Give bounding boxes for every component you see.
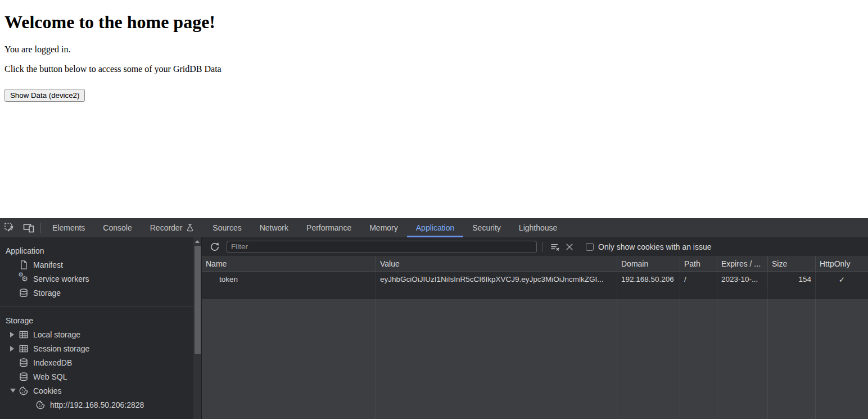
device-toolbar-icon <box>22 222 35 234</box>
tab-recorder[interactable]: Recorder <box>141 218 204 237</box>
sidebar-item-local-storage[interactable]: Local storage <box>0 327 193 341</box>
cookie-value-cell[interactable]: eyJhbGciOiJIUzI1NiIsInR5cCI6IkpXVCJ9.eyJ… <box>376 272 617 287</box>
close-x-icon <box>564 242 575 252</box>
toggle-device-toolbar-button[interactable] <box>19 218 38 237</box>
application-sidebar: Application Manifest ⚙⚙ <box>0 237 193 419</box>
page-title: Welcome to the home page! <box>4 12 864 33</box>
cookie-name-cell[interactable]: token <box>202 272 376 287</box>
tab-performance[interactable]: Performance <box>297 218 360 237</box>
scrollbar-up-arrow-icon[interactable] <box>195 240 200 243</box>
checkmark-icon: ✓ <box>839 275 845 284</box>
sidebar-item-cookies[interactable]: Cookies <box>0 384 193 398</box>
sidebar-item-storage[interactable]: Storage <box>0 286 193 300</box>
empty-grid-row[interactable] <box>202 287 868 299</box>
sidebar-item-manifest[interactable]: Manifest <box>0 258 193 272</box>
devtools-panel: Elements Console Recorder Sources Networ… <box>0 218 868 419</box>
column-header-httponly[interactable]: HttpOnly <box>816 256 868 271</box>
cookies-panel: Only show cookies with an issue Name Val… <box>201 237 868 419</box>
tab-console[interactable]: Console <box>94 218 141 237</box>
cookie-icon <box>19 386 29 396</box>
instruction-text: Click the button below to access some of… <box>4 64 864 74</box>
tab-application[interactable]: Application <box>407 218 464 237</box>
column-header-path[interactable]: Path <box>680 256 717 271</box>
collapse-arrow-icon[interactable] <box>10 389 19 393</box>
column-header-expires[interactable]: Expires / ... <box>717 256 768 271</box>
logged-in-text: You are logged in. <box>4 44 864 55</box>
sidebar-scrollbar[interactable] <box>193 237 201 419</box>
only-show-issues-label: Only show cookies with an issue <box>598 242 712 251</box>
cookie-domain-cell[interactable]: 192.168.50.206 <box>617 272 680 287</box>
toolbar-separator <box>542 242 543 252</box>
cookies-toolbar: Only show cookies with an issue <box>202 237 868 256</box>
gears-icon: ⚙⚙ <box>19 274 29 284</box>
tab-lighthouse[interactable]: Lighthouse <box>510 218 567 237</box>
sidebar-item-service-workers[interactable]: ⚙⚙ Service workers <box>0 272 193 286</box>
tabbar-separator <box>40 223 41 233</box>
sidebar-section-storage: Storage <box>0 314 193 327</box>
devtools-tabbar: Elements Console Recorder Sources Networ… <box>0 218 868 237</box>
column-header-value[interactable]: Value <box>376 256 617 271</box>
database-icon <box>19 358 29 368</box>
tab-sources[interactable]: Sources <box>204 218 250 237</box>
refresh-icon <box>209 241 220 253</box>
sidebar-item-session-storage[interactable]: Session storage <box>0 341 193 355</box>
delete-selected-button[interactable] <box>562 240 577 254</box>
sidebar-item-web-sql[interactable]: Web SQL <box>0 370 193 384</box>
table-icon <box>19 330 29 340</box>
database-icon <box>19 288 29 298</box>
inspect-cursor-icon <box>3 222 16 234</box>
refresh-button[interactable] <box>207 240 222 254</box>
scrollbar-thumb[interactable] <box>195 246 201 354</box>
cookies-table: Name Value Domain Path Expires / ... Siz… <box>202 256 868 419</box>
sidebar-item-indexeddb[interactable]: IndexedDB <box>0 355 193 370</box>
column-header-size[interactable]: Size <box>768 256 816 271</box>
clear-all-cookies-button[interactable] <box>548 240 562 254</box>
column-header-name[interactable]: Name <box>202 256 376 271</box>
sidebar-section-application: Application <box>0 244 193 258</box>
experiment-flask-icon <box>186 223 195 232</box>
database-icon <box>19 372 29 382</box>
tab-elements[interactable]: Elements <box>43 218 94 237</box>
file-icon <box>19 260 29 270</box>
cookies-table-header: Name Value Domain Path Expires / ... Siz… <box>202 256 868 272</box>
only-show-issues-checkbox[interactable] <box>586 243 594 251</box>
sidebar-item-cookie-origin[interactable]: http://192.168.50.206:2828 <box>0 398 193 412</box>
table-empty-area <box>202 299 868 419</box>
inspect-element-button[interactable] <box>0 218 19 237</box>
filter-input[interactable] <box>227 241 537 253</box>
cookie-row-token[interactable]: token eyJhbGciOiJIUzI1NiIsInR5cCI6IkpXVC… <box>202 272 868 287</box>
expand-arrow-icon[interactable] <box>10 346 19 352</box>
show-data-button[interactable]: Show Data (device2) <box>4 89 85 102</box>
column-header-domain[interactable]: Domain <box>617 256 680 271</box>
table-icon <box>19 344 29 354</box>
tab-memory[interactable]: Memory <box>360 218 407 237</box>
cookie-httponly-cell[interactable]: ✓ <box>816 272 868 287</box>
expand-arrow-icon[interactable] <box>10 332 19 337</box>
web-page: Welcome to the home page! You are logged… <box>0 0 868 218</box>
cookie-size-cell[interactable]: 154 <box>768 272 816 287</box>
cookie-expires-cell[interactable]: 2023-10-... <box>717 272 768 287</box>
tab-network[interactable]: Network <box>251 218 297 237</box>
cookie-icon <box>35 400 46 410</box>
cookie-path-cell[interactable]: / <box>680 272 717 287</box>
tab-security[interactable]: Security <box>463 218 510 237</box>
clear-list-icon <box>549 241 560 253</box>
